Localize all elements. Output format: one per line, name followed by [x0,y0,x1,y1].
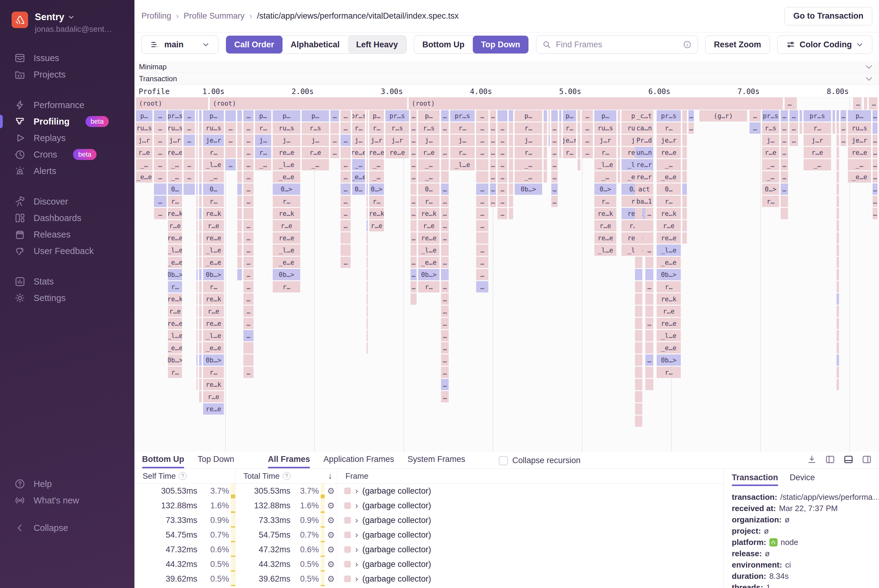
flame-cell[interactable] [645,379,653,390]
flame-cell[interactable] [196,196,198,207]
flame-cell[interactable] [544,147,547,158]
flame-cell[interactable]: … [183,135,195,146]
flame-cell[interactable]: r… [255,147,271,158]
flame-cell[interactable]: … [243,232,254,244]
flame-cell[interactable]: 0… [352,183,365,195]
flame-cell[interactable]: r… [657,196,681,207]
flame-cell[interactable]: p… [273,110,300,122]
flame-cell[interactable]: … [441,232,449,244]
flame-cell[interactable] [367,159,368,170]
flame-cell[interactable]: (root) [136,98,208,110]
flame-cell[interactable]: re…e [657,147,681,158]
flame-cell[interactable] [199,220,201,231]
flame-cell[interactable]: … [840,135,846,146]
flame-cell[interactable]: re…e [369,147,384,158]
flame-cell[interactable]: ba…1 [635,196,653,207]
sidebar-item-crons[interactable]: Cronsbeta [0,146,134,163]
flame-cell[interactable]: … [341,196,351,207]
expand-chevron-icon[interactable]: › [355,501,358,510]
flame-cell[interactable] [837,257,839,268]
flame-cell[interactable] [682,208,687,219]
flame-cell[interactable] [199,159,201,170]
flame-cell[interactable] [199,354,201,366]
flame-cell[interactable] [837,281,839,292]
flame-cell[interactable] [544,159,547,170]
flame-cell[interactable]: … [341,208,351,219]
flame-cell[interactable] [618,159,620,170]
flame-cell[interactable] [196,171,198,183]
flame-cell[interactable]: _… [762,159,779,170]
flame-cell[interactable]: _e…e [657,171,681,183]
flame-cell[interactable] [635,269,642,280]
flame-cell[interactable]: … [341,220,351,231]
sidebar-item-collapse[interactable]: Collapse [0,520,134,536]
flame-cell[interactable]: … [183,122,195,134]
flame-cell[interactable]: … [154,171,167,183]
flame-cell[interactable]: r… [450,122,475,134]
flame-cell[interactable] [635,232,642,244]
flame-cell[interactable]: p… [515,110,542,122]
flame-cell[interactable] [635,293,642,304]
frame-cell[interactable]: › (garbage collector) [338,498,724,513]
tab-all-frames[interactable]: All Frames [268,454,310,468]
flame-cell[interactable]: … [490,196,496,207]
flame-cell[interactable]: r…e [657,306,681,317]
flame-cell[interactable]: … [688,110,694,122]
flame-cell[interactable] [645,330,653,341]
layout-left-icon[interactable] [825,454,835,465]
flame-cell[interactable]: _l…e [168,244,182,256]
flame-cell[interactable] [199,281,201,292]
flame-cell[interactable]: _e…e [203,342,224,354]
flame-cell[interactable]: _l…e [657,330,681,341]
flame-cell[interactable]: re…e [657,232,681,244]
flame-cell[interactable] [837,147,839,158]
flame-cell[interactable]: … [410,232,416,244]
flame-cell[interactable] [837,110,839,122]
flame-cell[interactable] [682,220,687,231]
flame-cell[interactable] [544,110,547,122]
flame-cell[interactable]: p… [848,110,871,122]
flame-cell[interactable] [237,122,242,134]
flame-cell[interactable]: r…s [302,122,329,134]
flame-cell[interactable]: pr…s [385,110,409,122]
flame-cell[interactable]: _… [657,159,681,170]
flame-cell[interactable]: _l…e [657,244,681,256]
tab-system-frames[interactable]: System Frames [407,454,465,468]
flame-cell[interactable]: r… [203,281,224,292]
flame-cell[interactable] [497,110,507,122]
flame-cell[interactable]: … [410,171,416,183]
flame-cell[interactable] [837,367,839,378]
flame-cell[interactable]: j…r [385,135,409,146]
flame-cell[interactable] [199,147,201,158]
flame-cell[interactable]: j… [762,135,779,146]
flame-cell[interactable]: … [497,147,507,158]
flame-cell[interactable] [367,269,368,280]
flame-cell[interactable]: _l…e [203,330,224,341]
flame-cell[interactable]: ru…s [203,122,224,134]
flame-cell[interactable] [199,110,201,122]
flame-cell[interactable]: _… [515,159,542,170]
flame-cell[interactable]: … [341,159,351,170]
flame-cell[interactable]: ca…n [635,122,653,134]
flame-cell[interactable]: p… [369,110,384,122]
flame-cell[interactable]: r…s [418,122,440,134]
flame-cell[interactable]: 0b…> [203,269,224,280]
sort-descending-icon[interactable]: ↓ [328,471,332,481]
flame-cell[interactable]: … [410,122,416,134]
flame-cell[interactable]: … [243,135,254,146]
flame-cell[interactable]: _… [168,159,182,170]
frame-cell[interactable]: › (garbage collector) [338,572,724,586]
flame-cell[interactable]: r…e [203,391,224,402]
flame-cell[interactable]: re…k [203,208,224,219]
flame-cell[interactable] [367,171,368,183]
flame-cell[interactable] [476,232,488,244]
flame-cell[interactable]: _… [515,171,542,183]
flame-cell[interactable]: … [441,147,449,158]
flame-cell[interactable] [367,147,368,158]
flame-cell[interactable]: _… [762,171,779,183]
flame-cell[interactable]: r… [563,122,576,134]
flame-cell[interactable]: … [441,110,449,122]
flame-cell[interactable]: r… [515,122,542,134]
sort-alphabetical-button[interactable]: Alphabetical [282,36,348,53]
expand-chevron-icon[interactable]: › [355,559,358,569]
